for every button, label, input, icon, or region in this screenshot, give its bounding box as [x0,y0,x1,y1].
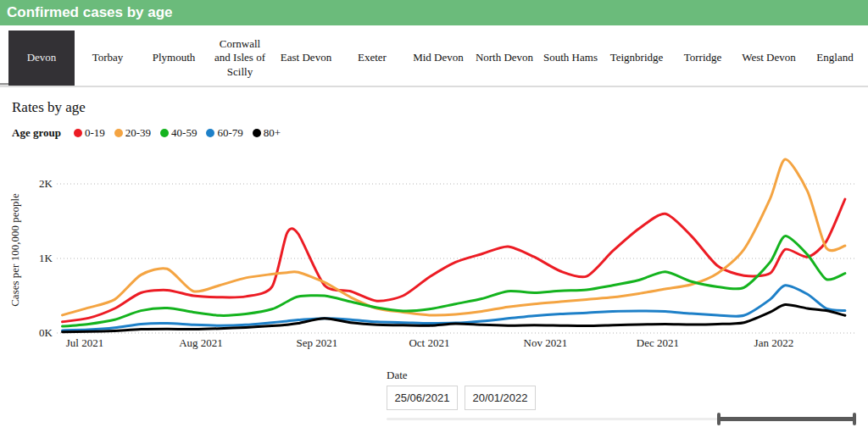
tab-plymouth[interactable]: Plymouth [141,31,207,86]
x-tick-label: Aug 2021 [179,336,223,349]
tab-cornwall-and-isles-of-scilly[interactable]: Cornwall and Isles of Scilly [207,31,273,86]
y-tick-label: 1K [39,252,53,264]
tab-torbay[interactable]: Torbay [75,31,141,86]
tab-mid-devon[interactable]: Mid Devon [405,31,471,86]
x-tick-label: Jan 2022 [754,336,794,349]
tab-west-devon[interactable]: West Devon [736,31,802,86]
tab-north-devon[interactable]: North Devon [471,31,537,86]
tab-south-hams[interactable]: South Hams [537,31,604,86]
x-tick-label: Nov 2021 [524,336,568,349]
tab-exeter[interactable]: Exeter [339,31,405,86]
x-tick-label: Jul 2021 [66,336,103,349]
y-axis-title: Cases per 100,000 people [8,193,21,307]
date-filter-label: Date [387,369,408,382]
date-slider-selected-range[interactable] [719,417,854,421]
x-tick-label: Sep 2021 [297,336,338,349]
slider-handle-right[interactable] [853,413,856,425]
tab-bar: DevonTorbayPlymouthCornwall and Isles of… [8,31,868,83]
x-tick-label: Oct 2021 [409,336,449,349]
tab-england[interactable]: England [802,31,868,86]
y-tick-label: 0K [39,326,53,339]
date-end-input[interactable]: 20/01/2022 [465,386,536,410]
tab-devon[interactable]: Devon [8,31,75,86]
tab-east-devon[interactable]: East Devon [273,31,339,86]
y-tick-label: 2K [39,177,53,190]
date-start-input[interactable]: 25/06/2021 [387,386,458,410]
tab-torridge[interactable]: Torridge [670,31,736,86]
confirmed-cases-dashboard: Confirmed cases by age DevonTorbayPlymou… [0,0,868,433]
x-tick-label: Dec 2021 [637,336,679,349]
slider-handle-left[interactable] [717,413,721,425]
tab-teignbridge[interactable]: Teignbridge [604,31,670,86]
